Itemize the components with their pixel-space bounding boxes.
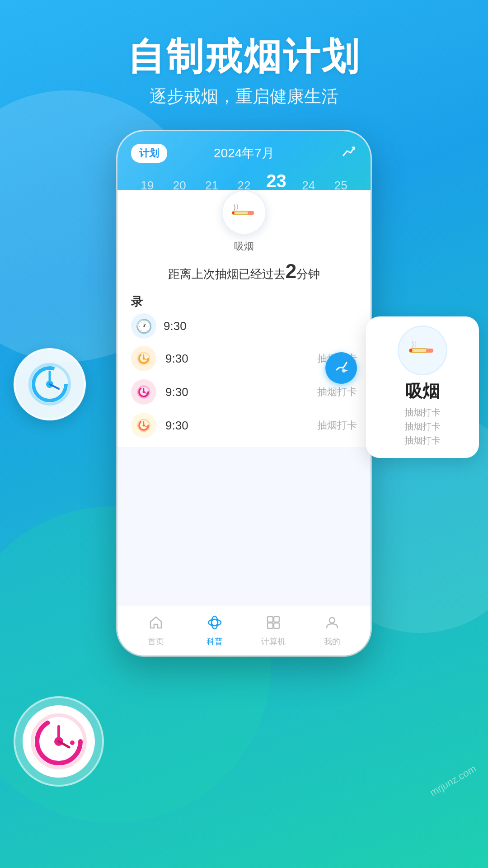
- record-item-0: 9:30 抽烟打卡: [131, 346, 357, 371]
- svg-point-21: [208, 619, 221, 626]
- tab-icon-计算机: [266, 615, 281, 633]
- tab-label-科普: 科普: [206, 636, 223, 647]
- phone-mockup: 计划 2024年7月 19 SUN 20 MON 21 TUE 22: [90, 131, 398, 710]
- svg-line-17: [144, 425, 146, 427]
- svg-point-2: [232, 212, 235, 214]
- calendar-header: 计划 2024年7月: [131, 145, 357, 162]
- plan-badge: 计划: [131, 144, 167, 163]
- float-clock-inner: [23, 705, 95, 778]
- svg-point-35: [409, 349, 412, 352]
- tab-item-计算机[interactable]: 计算机: [244, 615, 303, 647]
- svg-rect-25: [267, 623, 273, 628]
- record-list: 9:30 抽烟打卡 9:30 抽烟打卡: [131, 346, 357, 438]
- svg-rect-34: [426, 349, 433, 353]
- main-title: 自制戒烟计划: [0, 36, 488, 77]
- tab-icon-科普: [207, 615, 222, 633]
- float-smoke-sub2: 抽烟打卡: [404, 420, 441, 433]
- svg-rect-24: [274, 617, 279, 622]
- float-smoke-popup: 吸烟 抽烟打卡 抽烟打卡 抽烟打卡: [366, 316, 479, 458]
- tab-label-计算机: 计算机: [261, 636, 286, 647]
- float-smoke-sub1: 抽烟打卡: [404, 406, 441, 419]
- fab-button[interactable]: [325, 352, 357, 384]
- tab-item-我的[interactable]: 我的: [303, 615, 361, 647]
- time-suffix: 分钟: [296, 267, 320, 281]
- time-num: 2: [286, 260, 296, 282]
- svg-line-7: [144, 359, 146, 360]
- svg-rect-26: [274, 623, 279, 628]
- float-smoke-icon: [398, 326, 447, 375]
- header-section: 自制戒烟计划 逐步戒烟，重启健康生活: [0, 0, 488, 108]
- float-clock-left: [14, 348, 86, 420]
- record-clock-0: [131, 346, 156, 371]
- record-time-1: 9:30: [165, 385, 188, 399]
- record-label-1: 抽烟打卡: [317, 385, 357, 399]
- tab-item-科普[interactable]: 科普: [185, 615, 244, 647]
- float-clock-bottom: [14, 696, 104, 787]
- time-prefix: 距离上次抽烟已经过去: [168, 267, 286, 281]
- tab-label-首页: 首页: [148, 636, 164, 647]
- svg-rect-1: [248, 211, 254, 215]
- phone-inner: 计划 2024年7月 19 SUN 20 MON 21 TUE 22: [117, 131, 371, 656]
- tab-label-我的: 我的: [324, 636, 340, 647]
- phone-frame: 计划 2024年7月 19 SUN 20 MON 21 TUE 22: [117, 131, 371, 656]
- record-label-2: 抽烟打卡: [317, 419, 357, 432]
- section-title: 录: [131, 294, 357, 310]
- svg-point-20: [211, 619, 218, 626]
- svg-point-41: [70, 741, 75, 745]
- watermark: mrjunz.com: [428, 763, 478, 798]
- float-smoke-title: 吸烟: [405, 380, 440, 403]
- content-area: 吸烟 距离上次抽烟已经过去2分钟 录 🕐 9:30: [117, 190, 371, 447]
- record-clock-2: [131, 413, 156, 438]
- svg-rect-23: [267, 617, 273, 622]
- svg-rect-33: [410, 349, 428, 353]
- chart-icon: [342, 144, 357, 163]
- record-item-1: 9:30 抽烟打卡: [131, 379, 357, 405]
- month-title: 2024年7月: [214, 145, 274, 162]
- sub-title: 逐步戒烟，重启健康生活: [0, 85, 488, 108]
- tab-bar: 首页 科普 计算机 我的: [117, 606, 371, 656]
- svg-rect-0: [232, 211, 249, 215]
- tab-item-首页[interactable]: 首页: [127, 615, 185, 647]
- cig-icon-circle: [221, 190, 267, 235]
- tab-icon-首页: [149, 615, 163, 633]
- cig-label: 吸烟: [131, 240, 357, 253]
- time-info: 距离上次抽烟已经过去2分钟: [131, 260, 357, 283]
- svg-point-22: [211, 616, 218, 629]
- record-clock-1: [131, 379, 156, 405]
- record-item-2: 9:30 抽烟打卡: [131, 413, 357, 438]
- record-time-2: 9:30: [165, 419, 188, 433]
- svg-line-12: [144, 392, 146, 393]
- svg-point-18: [342, 369, 346, 373]
- tab-icon-我的: [325, 615, 339, 633]
- float-smoke-sub3: 抽烟打卡: [404, 434, 441, 447]
- svg-point-27: [329, 618, 335, 623]
- first-record-time: 9:30: [164, 319, 187, 333]
- record-time-0: 9:30: [165, 352, 188, 366]
